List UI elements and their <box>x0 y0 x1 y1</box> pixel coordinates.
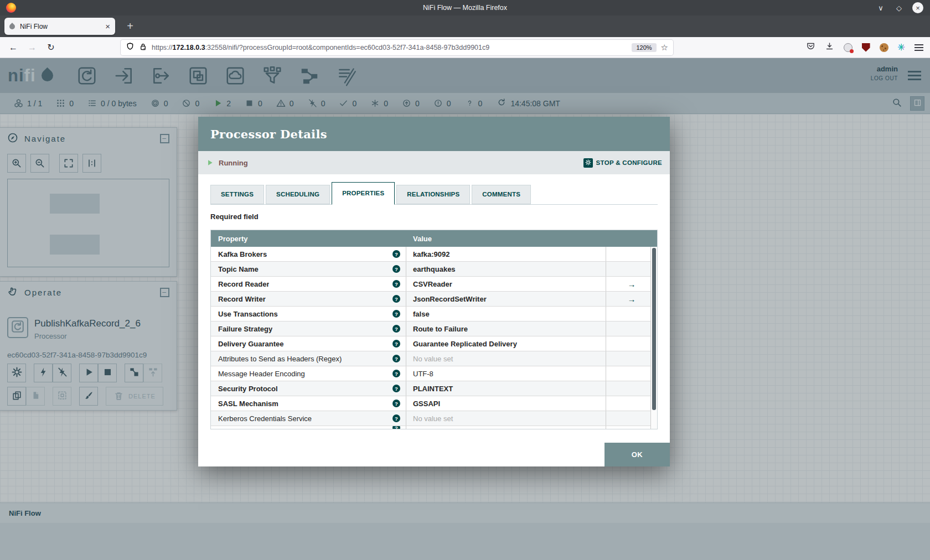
help-icon[interactable]: ? <box>392 414 400 422</box>
property-row[interactable]: Failure Strategy?Route to Failure <box>211 322 657 336</box>
property-value-cell[interactable]: false <box>406 307 606 321</box>
properties-table-header: Property Value <box>211 230 657 247</box>
help-icon[interactable]: ? <box>392 355 400 362</box>
table-scrollbar[interactable] <box>650 247 657 429</box>
new-tab-button[interactable]: + <box>122 18 138 34</box>
value-column-header: Value <box>406 235 606 243</box>
nifi-favicon-icon <box>8 22 16 30</box>
tracking-protection-shield-icon[interactable] <box>126 42 135 53</box>
tab-title: NiFi Flow <box>20 23 105 30</box>
property-value-cell[interactable]: Route to Failure <box>406 322 606 336</box>
property-value-cell[interactable] <box>406 426 606 429</box>
property-row[interactable]: Kerberos Credentials Service?No value se… <box>211 411 657 426</box>
property-name-cell: Kerberos Credentials Service? <box>211 411 406 426</box>
property-row[interactable]: Record Writer?JsonRecordSetWriter→ <box>211 292 657 307</box>
property-value-cell[interactable]: No value set <box>406 351 606 366</box>
zoom-level-badge[interactable]: 120% <box>632 43 656 52</box>
tab-close-icon[interactable]: × <box>105 22 110 31</box>
firefox-logo-icon <box>6 3 16 13</box>
property-name-cell: Security Protocol? <box>211 381 406 396</box>
help-icon[interactable]: ? <box>392 426 400 429</box>
help-icon[interactable]: ? <box>392 250 400 258</box>
property-value-cell[interactable]: GSSAPI <box>406 396 606 411</box>
property-value-cell[interactable]: UTF-8 <box>406 366 606 381</box>
go-to-service-cell <box>606 247 657 261</box>
property-row[interactable]: SASL Mechanism?GSSAPI <box>211 396 657 411</box>
property-value-cell[interactable]: Guarantee Replicated Delivery <box>406 336 606 351</box>
tab-properties[interactable]: PROPERTIES <box>332 182 395 205</box>
property-value-cell[interactable]: kafka:9092 <box>406 247 606 261</box>
lock-icon[interactable] <box>139 43 147 53</box>
help-icon[interactable]: ? <box>392 325 400 333</box>
property-row[interactable]: Attributes to Send as Headers (Regex)?No… <box>211 351 657 366</box>
url-text: https://172.18.0.3:32558/nifi/?processGr… <box>152 44 627 51</box>
go-to-service-cell <box>606 351 657 366</box>
gear-icon <box>585 159 591 165</box>
property-value-cell[interactable]: earthquakes <box>406 262 606 276</box>
stop-and-configure-button[interactable]: STOP & CONFIGURE <box>583 158 662 168</box>
dialog-tabs: SETTINGSSCHEDULINGPROPERTIESRELATIONSHIP… <box>210 182 658 205</box>
privacy-badger-extension-icon[interactable] <box>844 43 852 52</box>
property-row[interactable]: Delivery Guarantee?Guarantee Replicated … <box>211 336 657 351</box>
bookmark-star-icon[interactable]: ☆ <box>661 43 668 53</box>
property-name-cell: Failure Strategy? <box>211 322 406 336</box>
tab-relationships[interactable]: RELATIONSHIPS <box>396 185 470 204</box>
tab-comments[interactable]: COMMENTS <box>472 185 531 204</box>
property-row[interactable]: Security Protocol?PLAINTEXT <box>211 381 657 396</box>
go-to-service-cell <box>606 322 657 336</box>
pocket-icon <box>806 42 815 51</box>
go-to-service-arrow-icon[interactable]: → <box>628 294 636 304</box>
property-row[interactable]: Use Transactions?false <box>211 307 657 322</box>
forward-button[interactable]: → <box>24 37 40 58</box>
go-to-service-cell <box>606 366 657 381</box>
property-row[interactable]: ? <box>211 426 657 429</box>
shield-icon <box>126 42 135 51</box>
tab-scheduling[interactable]: SCHEDULING <box>266 185 330 204</box>
help-icon[interactable]: ? <box>392 370 400 377</box>
containers-extension-icon[interactable]: ✳ <box>898 42 905 53</box>
property-name-cell: Attributes to Send as Headers (Regex)? <box>211 351 406 366</box>
downloads-icon[interactable] <box>825 42 834 53</box>
property-row[interactable]: Kafka Brokers?kafka:9092 <box>211 247 657 262</box>
scrollbar-thumb[interactable] <box>652 248 656 410</box>
help-icon[interactable]: ? <box>392 400 400 407</box>
download-icon <box>825 42 834 51</box>
property-value-cell[interactable]: JsonRecordSetWriter <box>406 292 606 306</box>
property-row[interactable]: Record Reader?CSVReader→ <box>211 277 657 292</box>
help-icon[interactable]: ? <box>392 310 400 318</box>
go-to-service-cell[interactable]: → <box>606 277 657 291</box>
go-to-service-arrow-icon[interactable]: → <box>628 279 636 289</box>
tab-settings[interactable]: SETTINGS <box>210 185 264 204</box>
property-name-cell: Topic Name? <box>211 262 406 276</box>
go-to-service-cell <box>606 381 657 396</box>
go-to-service-cell <box>606 411 657 426</box>
window-close-icon[interactable]: × <box>912 2 923 13</box>
go-to-service-cell <box>606 262 657 276</box>
help-icon[interactable]: ? <box>392 340 400 348</box>
property-value-cell[interactable]: No value set <box>406 411 606 426</box>
property-value-cell[interactable]: CSVReader <box>406 277 606 291</box>
ublock-extension-icon[interactable] <box>862 43 870 52</box>
firefox-menu-icon[interactable] <box>914 47 923 48</box>
reload-button[interactable]: ↻ <box>43 37 59 58</box>
help-icon[interactable]: ? <box>392 280 400 288</box>
window-minimize-icon[interactable]: ∨ <box>876 4 886 12</box>
help-icon[interactable]: ? <box>392 265 400 273</box>
browser-tab[interactable]: NiFi Flow × <box>4 18 115 35</box>
url-bar[interactable]: https://172.18.0.3:32558/nifi/?processGr… <box>121 40 673 55</box>
property-name-cell: Kafka Brokers? <box>211 247 406 261</box>
window-titlebar: NiFi Flow — Mozilla Firefox ∨ ◇ × <box>0 0 930 15</box>
ok-button[interactable]: OK <box>604 443 670 466</box>
go-to-service-cell[interactable]: → <box>606 292 657 306</box>
pocket-icon[interactable] <box>806 42 815 53</box>
cookie-extension-icon[interactable] <box>880 43 888 52</box>
processor-details-dialog: Processor Details Running STOP & CONFIGU… <box>198 117 670 466</box>
property-value-cell[interactable]: PLAINTEXT <box>406 381 606 396</box>
property-row[interactable]: Message Header Encoding?UTF-8 <box>211 366 657 381</box>
property-row[interactable]: Topic Name?earthquakes <box>211 262 657 277</box>
help-icon[interactable]: ? <box>392 385 400 392</box>
help-icon[interactable]: ? <box>392 295 400 303</box>
back-button[interactable]: ← <box>6 37 21 58</box>
property-name-cell: Delivery Guarantee? <box>211 336 406 351</box>
window-restore-icon[interactable]: ◇ <box>894 4 904 12</box>
